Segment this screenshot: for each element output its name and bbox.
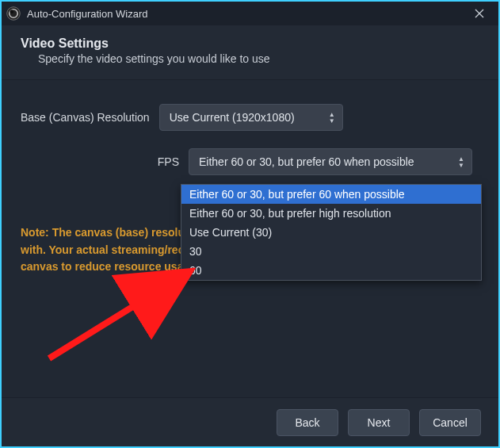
resolution-select[interactable]: Use Current (1920x1080) ▲▼	[159, 104, 343, 131]
next-button[interactable]: Next	[348, 409, 410, 436]
cancel-button[interactable]: Cancel	[419, 409, 481, 436]
fps-label: FPS	[21, 155, 179, 168]
spinner-icon: ▲▼	[326, 108, 338, 127]
wizard-window: Auto-Configuration Wizard Video Settings…	[0, 0, 500, 448]
titlebar: Auto-Configuration Wizard	[2, 2, 498, 25]
page-subtitle: Specify the video settings you would lik…	[21, 52, 479, 65]
resolution-label: Base (Canvas) Resolution	[21, 111, 150, 124]
fps-dropdown: Either 60 or 30, but prefer 60 when poss…	[181, 184, 482, 281]
fps-option[interactable]: 30	[181, 242, 481, 261]
resolution-row: Base (Canvas) Resolution Use Current (19…	[21, 104, 479, 131]
svg-point-2	[10, 10, 13, 13]
spinner-icon: ▲▼	[455, 152, 468, 171]
fps-option[interactable]: Either 60 or 30, but prefer 60 when poss…	[181, 185, 481, 204]
wizard-footer: Back Next Cancel	[2, 397, 498, 446]
obs-icon	[6, 6, 21, 21]
back-button[interactable]: Back	[277, 409, 338, 436]
close-button[interactable]	[465, 2, 494, 25]
fps-value: Either 60 or 30, but prefer 60 when poss…	[199, 155, 414, 168]
fps-option[interactable]: 60	[181, 261, 481, 280]
fps-row: FPS Either 60 or 30, but prefer 60 when …	[21, 148, 479, 175]
fps-option[interactable]: Either 60 or 30, but prefer high resolut…	[181, 204, 481, 223]
fps-select[interactable]: Either 60 or 30, but prefer 60 when poss…	[189, 148, 472, 175]
page-title: Video Settings	[21, 36, 479, 51]
window-title: Auto-Configuration Wizard	[27, 8, 459, 20]
wizard-header: Video Settings Specify the video setting…	[2, 25, 498, 80]
resolution-value: Use Current (1920x1080)	[170, 111, 295, 124]
fps-option[interactable]: Use Current (30)	[181, 223, 481, 242]
